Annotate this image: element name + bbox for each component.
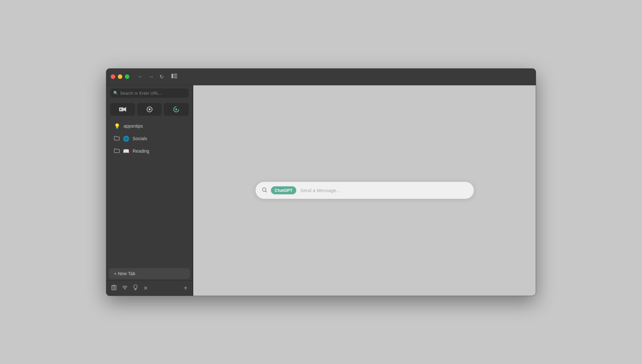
back-button[interactable]: ← — [136, 72, 145, 81]
search-input[interactable] — [120, 91, 186, 96]
sidebar-item-socials[interactable]: 🌐 Socials — [109, 133, 190, 145]
folder-icon-reading — [114, 148, 120, 154]
svg-rect-2 — [174, 76, 177, 77]
svg-point-16 — [125, 289, 125, 290]
sidebar-toolbar: ✕ + — [106, 280, 193, 296]
nav-buttons: ← → ↻ — [136, 72, 166, 81]
add-button[interactable]: + — [184, 284, 187, 292]
main-panel: ChatGPT — [193, 85, 536, 296]
svg-marker-5 — [124, 107, 126, 112]
reload-button[interactable]: ↻ — [158, 72, 166, 81]
sidebar: 🔍 — [106, 85, 193, 296]
close-icon[interactable]: ✕ — [143, 285, 148, 291]
sidebar-item-reading-label: Reading — [133, 148, 149, 154]
sidebar-item-appsntips-label: appsntips — [124, 123, 143, 129]
new-tab-button[interactable]: + New Tab — [109, 268, 190, 279]
search-bar[interactable]: 🔍 — [110, 89, 189, 98]
search-icon: 🔍 — [113, 91, 118, 95]
wifi-icon[interactable] — [122, 285, 127, 291]
svg-rect-0 — [171, 74, 173, 78]
tab-group-buttons — [106, 101, 193, 118]
bulb-icon: 💡 — [114, 123, 120, 129]
svg-rect-1 — [174, 74, 177, 75]
sidebar-item-socials-label: Socials — [133, 136, 147, 141]
chat-bar[interactable]: ChatGPT — [256, 182, 474, 199]
svg-point-10 — [175, 108, 177, 110]
sidebar-item-appsntips[interactable]: 💡 appsntips — [109, 120, 190, 132]
sidebar-item-reading[interactable]: 📖 Reading — [109, 145, 190, 157]
content-area: 🔍 — [106, 85, 536, 296]
minimize-button[interactable] — [118, 74, 122, 79]
chat-message-input[interactable] — [300, 188, 467, 193]
svg-point-8 — [149, 108, 151, 110]
tab-group-btn-circle[interactable] — [137, 103, 162, 116]
titlebar: ← → ↻ — [106, 69, 536, 85]
reading-emoji: 📖 — [123, 148, 129, 154]
sidebar-items: 💡 appsntips 🌐 Socials — [106, 118, 193, 267]
bulb-toolbar-icon[interactable] — [133, 284, 138, 292]
chat-search-icon — [262, 187, 267, 194]
chatgpt-badge: ChatGPT — [271, 186, 297, 194]
tab-group-btn-refresh[interactable] — [164, 103, 189, 116]
close-button[interactable] — [111, 74, 115, 79]
browser-window: ← → ↻ 🔍 — [106, 68, 536, 296]
forward-button[interactable]: → — [147, 72, 156, 81]
svg-rect-3 — [174, 77, 177, 78]
sidebar-toggle-button[interactable] — [169, 72, 179, 81]
maximize-button[interactable] — [125, 74, 129, 79]
svg-point-6 — [120, 108, 121, 110]
trash-icon[interactable] — [111, 284, 117, 292]
folder-icon-socials — [114, 136, 120, 142]
new-tab-label: + New Tab — [114, 271, 135, 276]
tab-group-btn-video[interactable] — [110, 103, 135, 116]
socials-emoji: 🌐 — [123, 136, 129, 142]
traffic-lights — [111, 74, 129, 79]
svg-line-20 — [265, 191, 267, 192]
